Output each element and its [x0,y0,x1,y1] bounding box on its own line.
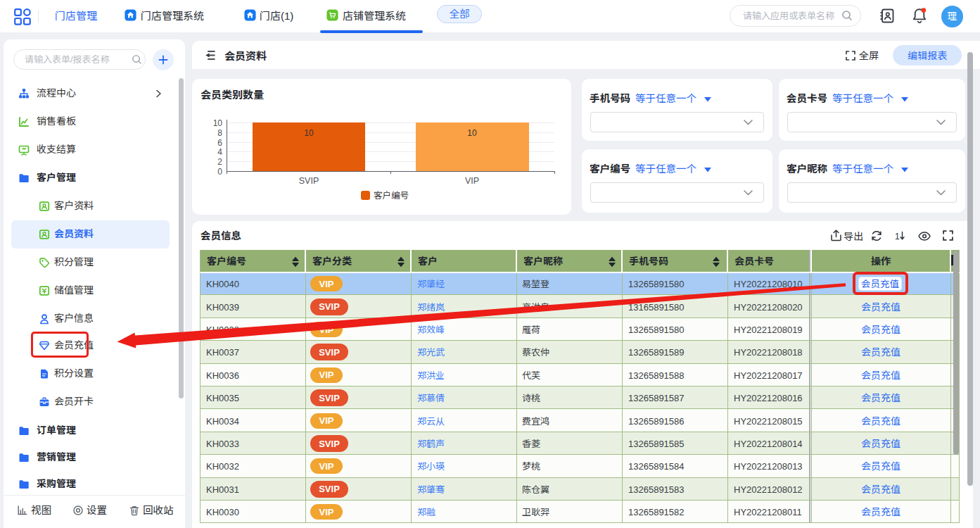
svg-text:1: 1 [895,232,900,241]
